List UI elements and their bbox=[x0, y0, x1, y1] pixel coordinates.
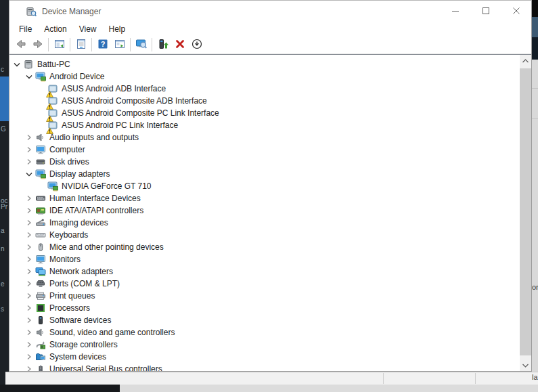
tree-node-label[interactable]: Mice and other pointing devices bbox=[49, 242, 164, 252]
tree-row[interactable]: Human Interface Devices bbox=[9, 192, 520, 204]
scrollbar-thumb[interactable] bbox=[520, 68, 531, 355]
tree-row[interactable]: Mice and other pointing devices bbox=[9, 241, 520, 253]
tree-node-label[interactable]: Sound, video and game controllers bbox=[49, 328, 175, 337]
titlebar[interactable]: Device Manager bbox=[9, 1, 531, 22]
chevron-collapsed-icon[interactable] bbox=[24, 156, 35, 167]
scroll-down-button[interactable] bbox=[520, 360, 531, 371]
device-manager-app-icon bbox=[26, 6, 37, 17]
tree-row[interactable]: Monitors bbox=[9, 253, 520, 265]
update-driver-button[interactable] bbox=[154, 37, 171, 53]
tree-node-label[interactable]: NVIDIA GeForce GT 710 bbox=[62, 181, 152, 191]
tree-row[interactable]: Android Device bbox=[9, 70, 520, 83]
chevron-collapsed-icon[interactable] bbox=[24, 205, 35, 216]
menu-help[interactable]: Help bbox=[103, 23, 132, 35]
chevron-collapsed-icon[interactable] bbox=[24, 290, 35, 301]
tree-row[interactable]: Keyboards bbox=[9, 229, 520, 241]
tree-node-label[interactable]: Monitors bbox=[49, 255, 81, 264]
maximize-button[interactable] bbox=[470, 1, 501, 22]
tree-row[interactable]: Processors bbox=[9, 302, 520, 314]
background-text-fragment: c bbox=[1, 66, 4, 73]
tree-node-label[interactable]: ASUS Android ADB Interface bbox=[62, 84, 166, 93]
tree-node-label[interactable]: Android Device bbox=[49, 72, 104, 81]
menu-file[interactable]: File bbox=[13, 23, 38, 35]
chevron-collapsed-icon[interactable] bbox=[24, 315, 35, 326]
tree-node-label[interactable]: Storage controllers bbox=[49, 340, 118, 349]
tree-row[interactable]: IDE ATA/ATAPI controllers bbox=[9, 204, 520, 217]
chevron-collapsed-icon[interactable] bbox=[24, 230, 35, 240]
tree-row[interactable]: Universal Serial Bus controllers bbox=[9, 363, 520, 371]
chevron-collapsed-icon[interactable] bbox=[24, 327, 35, 338]
tree-node-label[interactable]: ASUS Android Composite PC Link Interface bbox=[62, 108, 219, 118]
tree-row[interactable]: Audio inputs and outputs bbox=[9, 131, 520, 144]
forward-button[interactable] bbox=[29, 37, 46, 53]
chevron-expanded-icon[interactable] bbox=[24, 169, 35, 179]
mouse-icon bbox=[35, 242, 46, 253]
tree-row[interactable]: ASUS Android Composite PC Link Interface bbox=[9, 107, 520, 119]
chevron-collapsed-icon[interactable] bbox=[24, 266, 35, 277]
tree-row[interactable]: Software devices bbox=[9, 314, 520, 326]
tree-row[interactable]: Display adapters bbox=[9, 168, 520, 180]
tree-row[interactable]: ASUS Android PC Link Interface bbox=[9, 119, 520, 131]
tree-node-label[interactable]: Disk drives bbox=[49, 157, 89, 167]
tree-row[interactable]: Storage controllers bbox=[9, 339, 520, 351]
tree-row[interactable]: Sound, video and game controllers bbox=[9, 326, 520, 339]
console-tree-button[interactable] bbox=[51, 37, 68, 53]
tree-node-label[interactable]: Display adapters bbox=[49, 169, 110, 179]
tree-node-label[interactable]: Universal Serial Bus controllers bbox=[49, 364, 162, 371]
tree-node-label[interactable]: IDE ATA/ATAPI controllers bbox=[49, 206, 143, 215]
tree-node-label[interactable]: Audio inputs and outputs bbox=[49, 133, 139, 142]
tree-node-label[interactable]: Battu-PC bbox=[37, 60, 70, 69]
scan-hardware-button[interactable] bbox=[133, 37, 150, 53]
tree-node-label[interactable]: Human Interface Devices bbox=[49, 194, 141, 203]
chevron-collapsed-icon[interactable] bbox=[24, 242, 35, 253]
chevron-collapsed-icon[interactable] bbox=[24, 144, 35, 155]
tree-row[interactable]: ASUS Android ADB Interface bbox=[9, 83, 520, 95]
scroll-up-button[interactable] bbox=[520, 55, 531, 66]
tree-row[interactable]: Imaging devices bbox=[9, 217, 520, 229]
chevron-collapsed-icon[interactable] bbox=[24, 303, 35, 313]
tree-row[interactable]: Battu-PC bbox=[9, 58, 520, 70]
tree-row[interactable]: Print queues bbox=[9, 290, 520, 302]
tree-node-label[interactable]: Computer bbox=[49, 145, 85, 154]
tree-node-label[interactable]: Keyboards bbox=[49, 230, 88, 240]
tree-row[interactable]: ASUS Android Composite ADB Interface bbox=[9, 95, 520, 107]
tree-row[interactable]: System devices bbox=[9, 351, 520, 363]
tree-row[interactable]: Disk drives bbox=[9, 156, 520, 168]
uninstall-button[interactable] bbox=[171, 37, 188, 53]
tree-row[interactable]: NVIDIA GeForce GT 710 bbox=[9, 180, 520, 192]
back-button[interactable] bbox=[12, 37, 29, 53]
tree-node-label[interactable]: Ports (COM & LPT) bbox=[49, 279, 120, 288]
disable-button[interactable] bbox=[188, 37, 205, 53]
properties-icon bbox=[75, 38, 87, 52]
menu-action[interactable]: Action bbox=[38, 23, 72, 35]
tree-node-label[interactable]: System devices bbox=[49, 352, 106, 362]
minimize-button[interactable] bbox=[440, 1, 470, 22]
chevron-collapsed-icon[interactable] bbox=[24, 278, 35, 289]
chevron-collapsed-icon[interactable] bbox=[24, 132, 35, 143]
chevron-expanded-icon[interactable] bbox=[12, 59, 22, 70]
properties-button[interactable] bbox=[72, 37, 89, 53]
menu-view[interactable]: View bbox=[73, 23, 103, 35]
tree-row[interactable]: Computer bbox=[9, 144, 520, 156]
tree-node-label[interactable]: Network adapters bbox=[49, 267, 113, 276]
tree-row[interactable]: Network adapters bbox=[9, 265, 520, 278]
vertical-scrollbar[interactable] bbox=[520, 55, 531, 371]
tree-node-label[interactable]: Imaging devices bbox=[49, 218, 108, 227]
tree-node-label[interactable]: ASUS Android Composite ADB Interface bbox=[62, 96, 207, 106]
tree-node-label[interactable]: ASUS Android PC Link Interface bbox=[62, 121, 178, 130]
chevron-collapsed-icon[interactable] bbox=[24, 193, 35, 204]
tree-row[interactable]: Ports (COM & LPT) bbox=[9, 278, 520, 290]
chevron-collapsed-icon[interactable] bbox=[24, 217, 35, 228]
close-button[interactable] bbox=[501, 1, 531, 22]
tree-node-label[interactable]: Processors bbox=[49, 303, 90, 313]
chevron-collapsed-icon[interactable] bbox=[24, 339, 35, 350]
help-button[interactable]: ? bbox=[94, 37, 111, 53]
chevron-collapsed-icon[interactable] bbox=[24, 364, 35, 371]
tree-node-label[interactable]: Print queues bbox=[49, 291, 95, 301]
chevron-collapsed-icon[interactable] bbox=[24, 254, 35, 265]
chevron-collapsed-icon[interactable] bbox=[24, 351, 35, 362]
chevron-expanded-icon[interactable] bbox=[24, 71, 35, 82]
tree-node-label[interactable]: Software devices bbox=[49, 315, 111, 325]
action-pane-button[interactable] bbox=[111, 37, 128, 53]
background-text-fragment: s bbox=[1, 305, 4, 313]
